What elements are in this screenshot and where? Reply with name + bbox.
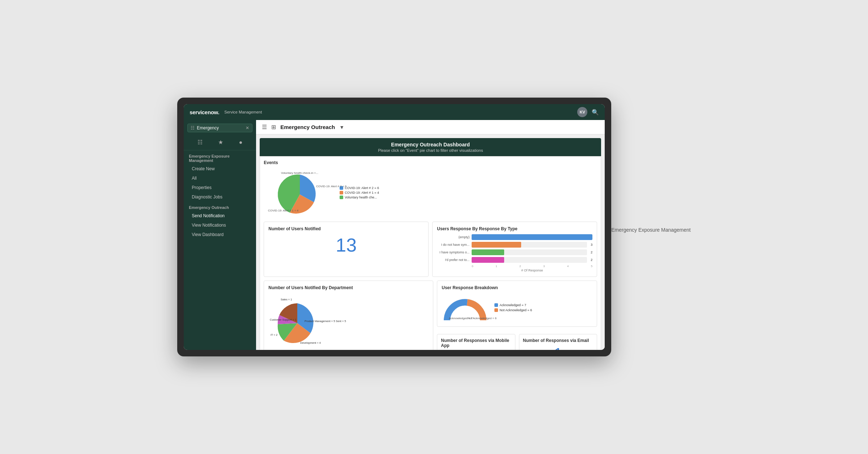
bar-value-nosym: 3 — [591, 243, 592, 247]
email-value: 1 — [523, 345, 593, 350]
sidebar-search-area: ☷ ✕ — [184, 120, 256, 134]
dashboard-main-grid: Events — [260, 156, 601, 350]
dept-pie-chart: Product Management = 5 Sent = 5 Developm… — [268, 292, 326, 347]
axis-5: 5 — [591, 265, 592, 268]
dashboard-title-bar: Emergency Outreach Dashboard Please clic… — [260, 138, 601, 156]
sidebar-section-2-title: Emergency Outreach — [184, 202, 256, 211]
legend-dot-voluntary — [340, 196, 343, 199]
svg-text:Sales = 1: Sales = 1 — [281, 298, 292, 301]
donut-chart: Acknowledged = 7 Not Acknowledged = 6 — [442, 293, 489, 322]
axis-1: 1 — [495, 265, 497, 268]
bar-row-hassym: I have symptoms o... 2 — [437, 249, 592, 255]
response-breakdown-card: User Response Breakdown — [437, 280, 597, 327]
sidebar-star-icon[interactable]: ★ — [217, 137, 225, 147]
grid-icon[interactable]: ⊞ — [271, 124, 276, 130]
middle-row: Number of Users Notified 13 Users Respon… — [264, 222, 597, 277]
dashboard-title: Emergency Outreach Dashboard — [263, 142, 597, 147]
bar-track-hassym — [472, 249, 587, 255]
sidebar: ☷ ✕ ☷ ★ ● Emergency Exposure Management … — [184, 120, 256, 350]
legend-label-voluntary: Voluntary health che... — [345, 196, 377, 199]
svg-text:COVID-19: Alert # 1 = 4: COVID-19: Alert # 1 = 4 — [268, 209, 299, 212]
sidebar-item-view-dashboard[interactable]: View Dashboard — [184, 230, 256, 239]
svg-text:IT = 2: IT = 2 — [271, 333, 277, 337]
sidebar-item-view-notifications[interactable]: View Notifications — [184, 220, 256, 230]
response-type-title: Users Response By Response By Type — [437, 226, 592, 231]
bar-row-nosym: I do not have sym... 3 — [437, 242, 592, 248]
top-bar: servicenow. Service Management KV 🔍 — [184, 104, 605, 120]
sidebar-history-icon[interactable]: ● — [238, 138, 244, 147]
legend-dot-ack — [494, 303, 498, 307]
sidebar-item-diagnostic-jobs[interactable]: Diagnostic Jobs — [184, 192, 256, 202]
legend-dot-notack — [494, 308, 498, 312]
svg-text:Development = 4: Development = 4 — [300, 341, 321, 344]
legend-item-covid1: COVID-19: Alert # 1 = 4 — [340, 191, 379, 194]
breakdown-title: User Response Breakdown — [442, 285, 592, 290]
legend-label-covid1: COVID-19: Alert # 1 = 4 — [345, 191, 379, 194]
response-bar-chart: (empty) I do not have sym... — [437, 234, 592, 272]
bar-label-hassym: I have symptoms o... — [437, 250, 469, 254]
stats-row: Number of Responses via Mobile App 6 Num… — [437, 334, 597, 350]
sidebar-item-all[interactable]: All — [184, 174, 256, 183]
bar-row-prefer: I'd prefer not to... 2 — [437, 257, 592, 263]
footer-caption: Emergency Exposure Management — [611, 227, 690, 233]
bar-label-prefer: I'd prefer not to... — [437, 258, 469, 262]
legend-label-notack: Not Acknowledged = 6 — [499, 308, 532, 312]
sidebar-item-properties[interactable]: Properties — [184, 183, 256, 192]
svg-text:Not Acknowledged = 6: Not Acknowledged = 6 — [468, 317, 497, 320]
events-row: COVID-19: Alert # 2 = 6 COVID-19: Alert … — [264, 167, 597, 218]
users-notified-card: Number of Users Notified 13 — [264, 222, 429, 277]
dept-card: Number of Users Notified By Department — [264, 280, 433, 350]
sidebar-icons-row: ☷ ★ ● — [184, 134, 256, 150]
donut-legend: Acknowledged = 7 Not Acknowledged = 6 — [494, 303, 532, 312]
svg-text:Customer Support = 1: Customer Support = 1 — [270, 318, 297, 321]
app-container: servicenow. Service Management KV 🔍 ☷ ✕ — [184, 104, 605, 350]
bar-fill-prefer — [472, 257, 504, 263]
legend-item-acknowledged: Acknowledged = 7 — [494, 303, 532, 307]
events-pie-chart: COVID-19: Alert # 2 = 6 COVID-19: Alert … — [264, 167, 336, 218]
axis-2: 2 — [519, 265, 521, 268]
sidebar-search-input[interactable] — [197, 125, 243, 130]
mobile-responses-card: Number of Responses via Mobile App 6 — [437, 334, 515, 350]
sidebar-item-send-notification[interactable]: Send Notification — [184, 211, 256, 220]
search-icon[interactable]: 🔍 — [592, 109, 599, 116]
dashboard-subtitle: Please click on "Event" pie chart to fil… — [263, 148, 597, 153]
svg-text:COVID-19: Alert # 2 = 6: COVID-19: Alert # 2 = 6 — [316, 185, 347, 188]
sidebar-list-icon[interactable]: ☷ — [196, 137, 204, 147]
axis-4: 4 — [567, 265, 569, 268]
sidebar-search-box: ☷ ✕ — [187, 124, 252, 132]
bar-row-empty: (empty) — [437, 234, 592, 240]
mobile-title: Number of Responses via Mobile App — [441, 338, 511, 348]
avatar-button[interactable]: KV — [577, 107, 587, 117]
axis-label: # Of Response — [437, 269, 592, 272]
outer-frame: servicenow. Service Management KV 🔍 ☷ ✕ — [177, 98, 611, 356]
legend-label-covid2: COVID-19: Alert # 2 = 6 — [345, 186, 379, 190]
bar-axis: 0 1 2 3 4 5 — [437, 265, 592, 268]
dept-title: Number of Users Notified By Department — [268, 285, 429, 290]
svg-text:Voluntary health check-in =...: Voluntary health check-in =... — [281, 171, 318, 175]
axis-3: 3 — [543, 265, 545, 268]
sidebar-section-1-title: Emergency Exposure Management — [184, 150, 256, 164]
svg-text:Product Management = 5 Sent = : Product Management = 5 Sent = 5 — [305, 320, 346, 323]
logo: servicenow. — [190, 109, 219, 115]
sidebar-item-create-new[interactable]: Create New — [184, 164, 256, 174]
clear-search-icon[interactable]: ✕ — [246, 125, 249, 130]
bar-fill-empty — [472, 234, 592, 240]
axis-0: 0 — [472, 265, 473, 268]
bar-fill-nosym — [472, 242, 521, 248]
users-notified-title: Number of Users Notified — [268, 226, 424, 231]
bar-track-empty — [472, 234, 592, 240]
hamburger-icon[interactable]: ☰ — [262, 124, 267, 130]
events-title: Events — [264, 160, 597, 165]
content-area: ☰ ⊞ Emergency Outreach ▼ Emergency Outre… — [256, 120, 605, 350]
filter-icon: ☷ — [191, 125, 195, 130]
events-legend: COVID-19: Alert # 2 = 6 COVID-19: Alert … — [340, 186, 379, 199]
legend-item-voluntary: Voluntary health che... — [340, 196, 379, 199]
content-header: ☰ ⊞ Emergency Outreach ▼ — [256, 120, 605, 134]
top-bar-right: KV 🔍 — [577, 107, 599, 117]
title-dropdown-icon[interactable]: ▼ — [339, 124, 344, 130]
bar-value-prefer: 2 — [591, 258, 592, 262]
users-notified-value: 13 — [268, 235, 424, 256]
bar-track-nosym — [472, 242, 587, 248]
bar-label-empty: (empty) — [437, 235, 469, 239]
logo-subtext: Service Management — [224, 110, 262, 114]
